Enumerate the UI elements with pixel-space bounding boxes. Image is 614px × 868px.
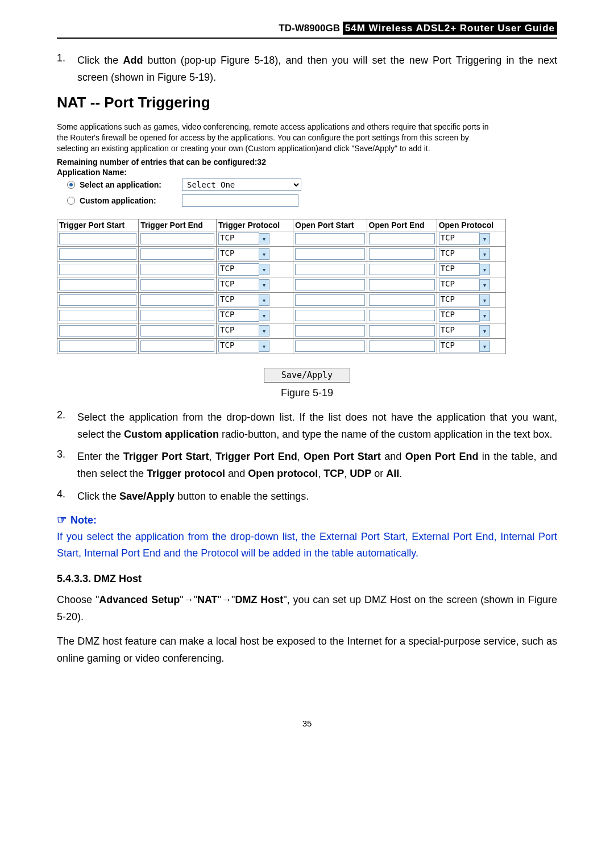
chevron-down-icon[interactable]: ▾ (480, 248, 490, 260)
chevron-down-icon[interactable]: ▾ (480, 325, 490, 337)
trigger-port-start-input[interactable] (59, 248, 136, 260)
trigger-port-end-input[interactable] (140, 248, 214, 260)
trigger-protocol-select[interactable]: TCP (218, 340, 259, 352)
open-port-start-input[interactable] (295, 310, 365, 321)
trigger-port-end-input[interactable] (140, 233, 214, 244)
open-protocol-select[interactable]: TCP (439, 325, 480, 337)
table-header: Open Protocol (437, 219, 505, 231)
open-protocol-select[interactable]: TCP (439, 248, 480, 260)
open-port-start-input[interactable] (295, 233, 365, 244)
trigger-port-end-input[interactable] (140, 294, 214, 306)
chevron-down-icon[interactable]: ▾ (259, 340, 269, 352)
step-1-num: 1. (57, 52, 77, 86)
table-header: Trigger Protocol (217, 219, 293, 231)
custom-application-input[interactable] (182, 194, 298, 207)
chevron-down-icon[interactable]: ▾ (259, 233, 269, 244)
custom-application-label: Custom application: (80, 196, 182, 205)
trigger-protocol-select[interactable]: TCP (218, 248, 259, 260)
trigger-port-end-input[interactable] (140, 279, 214, 290)
header-guide-title: 54M Wireless ADSL2+ Router User Guide (343, 22, 557, 35)
chevron-down-icon[interactable]: ▾ (480, 233, 490, 244)
trigger-port-start-input[interactable] (59, 294, 136, 306)
open-port-end-input[interactable] (369, 294, 435, 306)
table-row: TCP▾TCP▾ (57, 247, 506, 262)
header-model: TD-W8900GB (279, 23, 340, 34)
open-port-end-input[interactable] (369, 264, 435, 275)
table-header: Trigger Port End (139, 219, 217, 231)
open-port-start-input[interactable] (295, 325, 365, 337)
table-row: TCP▾TCP▾ (57, 308, 506, 323)
open-protocol-select[interactable]: TCP (439, 279, 480, 291)
step-1-body: Click the Add button (pop-up Figure 5-18… (77, 52, 557, 86)
trigger-port-start-input[interactable] (59, 264, 136, 275)
trigger-port-start-input[interactable] (59, 340, 136, 352)
trigger-port-start-input[interactable] (59, 325, 136, 337)
chevron-down-icon[interactable]: ▾ (480, 294, 490, 306)
chevron-down-icon[interactable]: ▾ (480, 310, 490, 321)
table-row: TCP▾TCP▾ (57, 339, 506, 354)
step-3-body: Enter the Trigger Port Start, Trigger Po… (77, 448, 557, 482)
trigger-protocol-select[interactable]: TCP (218, 325, 259, 337)
dmz-paragraph-2: The DMZ host feature can make a local ho… (57, 633, 557, 667)
trigger-port-end-input[interactable] (140, 325, 214, 337)
open-port-start-input[interactable] (295, 264, 365, 275)
trigger-port-start-input[interactable] (59, 233, 136, 244)
trigger-port-end-input[interactable] (140, 310, 214, 321)
chevron-down-icon[interactable]: ▾ (259, 279, 269, 290)
screenshot-nat-port-triggering: NAT -- Port Triggering Some applications… (57, 94, 557, 383)
chevron-down-icon[interactable]: ▾ (480, 340, 490, 352)
trigger-port-start-input[interactable] (59, 279, 136, 290)
open-protocol-select[interactable]: TCP (439, 309, 480, 322)
chevron-down-icon[interactable]: ▾ (259, 294, 269, 306)
step-2-num: 2. (57, 409, 77, 443)
table-header: Open Port Start (293, 219, 367, 231)
chevron-down-icon[interactable]: ▾ (259, 248, 269, 260)
radio-select-application[interactable] (67, 181, 75, 189)
chevron-down-icon[interactable]: ▾ (480, 264, 490, 275)
open-port-end-input[interactable] (369, 279, 435, 290)
table-row: TCP▾TCP▾ (57, 277, 506, 293)
open-port-start-input[interactable] (295, 279, 365, 290)
trigger-protocol-select[interactable]: TCP (218, 309, 259, 322)
open-protocol-select[interactable]: TCP (439, 263, 480, 276)
radio-custom-application[interactable] (67, 197, 75, 205)
open-port-start-input[interactable] (295, 294, 365, 306)
step-3-num: 3. (57, 448, 77, 482)
open-port-end-input[interactable] (369, 325, 435, 337)
trigger-protocol-select[interactable]: TCP (218, 294, 259, 306)
chevron-down-icon[interactable]: ▾ (259, 325, 269, 337)
table-row: TCP▾TCP▾ (57, 293, 506, 308)
open-port-end-input[interactable] (369, 310, 435, 321)
trigger-port-end-input[interactable] (140, 264, 214, 275)
table-row: TCP▾TCP▾ (57, 323, 506, 339)
chevron-down-icon[interactable]: ▾ (259, 310, 269, 321)
step-4-num: 4. (57, 488, 77, 505)
table-header: Trigger Port Start (57, 219, 139, 231)
open-protocol-select[interactable]: TCP (439, 294, 480, 306)
section-dmz-host: 5.4.3.3. DMZ Host (57, 573, 557, 585)
open-protocol-select[interactable]: TCP (439, 232, 480, 245)
open-port-start-input[interactable] (295, 248, 365, 260)
trigger-port-start-input[interactable] (59, 310, 136, 321)
open-port-end-input[interactable] (369, 233, 435, 244)
trigger-protocol-select[interactable]: TCP (218, 232, 259, 245)
dmz-paragraph-1: Choose "Advanced Setup"→"NAT"→"DMZ Host"… (57, 592, 557, 625)
save-apply-button[interactable]: Save/Apply (264, 368, 350, 383)
page-header: TD-W8900GB 54M Wireless ADSL2+ Router Us… (57, 23, 557, 38)
select-application-dropdown[interactable]: Select One (182, 178, 301, 191)
page-number: 35 (57, 719, 557, 728)
trigger-protocol-select[interactable]: TCP (218, 279, 259, 291)
open-port-end-input[interactable] (369, 248, 435, 260)
table-row: TCP▾TCP▾ (57, 262, 506, 277)
screenshot-title: NAT -- Port Triggering (57, 94, 557, 111)
open-port-end-input[interactable] (369, 340, 435, 352)
open-port-start-input[interactable] (295, 340, 365, 352)
chevron-down-icon[interactable]: ▾ (480, 279, 490, 290)
note-body: If you select the application from the d… (57, 529, 557, 562)
open-protocol-select[interactable]: TCP (439, 340, 480, 352)
trigger-port-end-input[interactable] (140, 340, 214, 352)
chevron-down-icon[interactable]: ▾ (259, 264, 269, 275)
trigger-protocol-select[interactable]: TCP (218, 263, 259, 276)
step-2-body: Select the application from the drop-dow… (77, 409, 557, 443)
step-4-body: Click the Save/Apply button to enable th… (77, 488, 557, 505)
